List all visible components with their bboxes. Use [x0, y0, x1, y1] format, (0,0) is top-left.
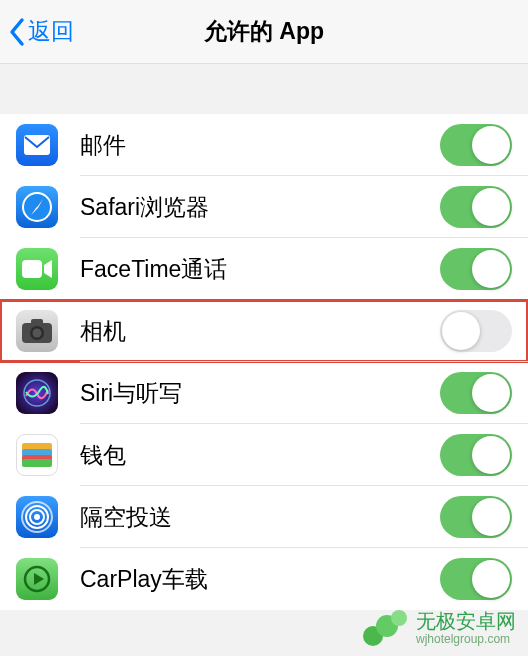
toggle-knob [472, 126, 510, 164]
app-row-airdrop: 隔空投送 [0, 486, 528, 548]
row-separator [80, 361, 528, 362]
toggle-knob [472, 560, 510, 598]
toggle-wallet[interactable] [440, 434, 512, 476]
app-label: 钱包 [80, 440, 440, 471]
app-label: CarPlay车载 [80, 564, 440, 595]
siri-icon [16, 372, 58, 414]
toggle-facetime[interactable] [440, 248, 512, 290]
back-button[interactable]: 返回 [0, 16, 74, 47]
svg-rect-5 [22, 260, 42, 278]
app-row-wallet: 钱包 [0, 424, 528, 486]
safari-icon [16, 186, 58, 228]
facetime-icon [16, 248, 58, 290]
svg-point-10 [33, 329, 42, 338]
mail-icon [16, 124, 58, 166]
section-gap [0, 64, 528, 114]
app-label: Safari浏览器 [80, 192, 440, 223]
watermark-logo-icon [362, 608, 408, 648]
toggle-mail[interactable] [440, 124, 512, 166]
app-label: 邮件 [80, 130, 440, 161]
airdrop-icon [16, 496, 58, 538]
app-row-mail: 邮件 [0, 114, 528, 176]
toggle-knob [472, 188, 510, 226]
app-row-carplay: CarPlay车载 [0, 548, 528, 610]
svg-rect-8 [31, 319, 43, 325]
watermark: 无极安卓网 wjhotelgroup.com [362, 608, 516, 648]
app-list: 邮件Safari浏览器FaceTime通话相机Siri与听写钱包隔空投送CarP… [0, 114, 528, 610]
toggle-knob [472, 498, 510, 536]
carplay-icon [16, 558, 58, 600]
svg-marker-6 [44, 260, 52, 278]
toggle-airdrop[interactable] [440, 496, 512, 538]
svg-rect-0 [24, 135, 50, 155]
svg-point-16 [34, 514, 40, 520]
nav-bar: 返回 允许的 App [0, 0, 528, 64]
app-label: 隔空投送 [80, 502, 440, 533]
toggle-knob [472, 250, 510, 288]
svg-marker-21 [34, 573, 44, 585]
toggle-carplay[interactable] [440, 558, 512, 600]
app-row-safari: Safari浏览器 [0, 176, 528, 238]
app-row-camera: 相机 [0, 300, 528, 362]
toggle-safari[interactable] [440, 186, 512, 228]
toggle-camera[interactable] [440, 310, 512, 352]
app-label: Siri与听写 [80, 378, 440, 409]
app-label: FaceTime通话 [80, 254, 440, 285]
chevron-left-icon [8, 17, 26, 47]
toggle-knob [472, 436, 510, 474]
app-row-facetime: FaceTime通话 [0, 238, 528, 300]
back-label: 返回 [28, 16, 74, 47]
svg-rect-15 [22, 459, 52, 467]
watermark-line2: wjhotelgroup.com [416, 633, 516, 647]
page-title: 允许的 App [0, 16, 528, 47]
watermark-line1: 无极安卓网 [416, 610, 516, 633]
svg-point-24 [391, 610, 407, 626]
app-row-siri: Siri与听写 [0, 362, 528, 424]
wallet-icon [16, 434, 58, 476]
app-label: 相机 [80, 316, 440, 347]
toggle-knob [472, 374, 510, 412]
toggle-siri[interactable] [440, 372, 512, 414]
toggle-knob [442, 312, 480, 350]
camera-icon [16, 310, 58, 352]
